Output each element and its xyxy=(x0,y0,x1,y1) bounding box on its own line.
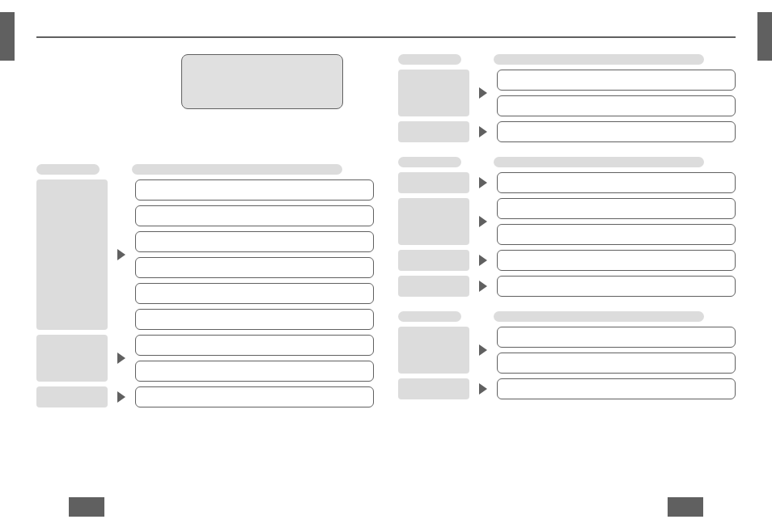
arrow-right-icon xyxy=(117,391,125,403)
arrow-cell xyxy=(476,250,490,271)
group-row xyxy=(398,327,736,374)
arrow-cell xyxy=(476,198,490,245)
header-pill-long xyxy=(494,157,704,167)
list-item[interactable] xyxy=(497,378,736,399)
category-block xyxy=(398,250,469,271)
group-row xyxy=(398,378,736,399)
group-row xyxy=(398,198,736,245)
items-list xyxy=(135,386,374,407)
arrow-right-icon xyxy=(479,344,487,356)
group-row xyxy=(36,179,374,330)
group-row xyxy=(398,172,736,193)
footer-page-left xyxy=(69,497,104,517)
arrow-right-icon xyxy=(117,353,125,364)
list-item[interactable] xyxy=(135,205,374,226)
category-block xyxy=(36,335,108,382)
list-item[interactable] xyxy=(497,224,736,245)
arrow-right-icon xyxy=(117,249,125,260)
items-list xyxy=(497,198,736,245)
arrow-right-icon xyxy=(479,126,487,137)
list-item[interactable] xyxy=(135,361,374,382)
header-pill-long xyxy=(494,311,704,322)
list-item[interactable] xyxy=(497,276,736,297)
header-rule xyxy=(36,36,736,38)
list-item[interactable] xyxy=(497,70,736,91)
arrow-right-icon xyxy=(479,255,487,266)
arrow-cell xyxy=(476,121,490,142)
arrow-right-icon xyxy=(479,177,487,188)
arrow-cell xyxy=(476,172,490,193)
section-headers xyxy=(36,164,374,175)
list-item[interactable] xyxy=(497,327,736,348)
list-item[interactable] xyxy=(135,335,374,356)
left-column xyxy=(36,54,374,407)
right-column xyxy=(398,54,736,407)
feature-box xyxy=(181,54,343,109)
header-pill-short xyxy=(398,157,461,167)
list-item[interactable] xyxy=(135,283,374,304)
arrow-cell xyxy=(476,70,490,116)
right-edge-tab xyxy=(757,12,772,61)
header-pill-short xyxy=(398,54,461,65)
group-row xyxy=(398,276,736,297)
items-list xyxy=(497,70,736,116)
category-block xyxy=(398,121,469,142)
list-item[interactable] xyxy=(135,257,374,278)
items-list xyxy=(497,250,736,271)
header-pill-long xyxy=(132,164,342,175)
list-item[interactable] xyxy=(497,250,736,271)
header-pill-short xyxy=(36,164,100,175)
list-item[interactable] xyxy=(135,231,374,252)
category-block xyxy=(398,276,469,297)
category-block xyxy=(398,70,469,116)
items-list xyxy=(497,172,736,193)
header-pill-short xyxy=(398,311,461,322)
left-section-1 xyxy=(36,164,374,407)
list-item[interactable] xyxy=(497,198,736,219)
list-item[interactable] xyxy=(497,95,736,116)
list-item[interactable] xyxy=(497,121,736,142)
arrow-cell xyxy=(114,335,129,382)
header-pill-long xyxy=(494,54,704,65)
arrow-cell xyxy=(476,276,490,297)
items-list xyxy=(497,121,736,142)
group-row xyxy=(398,250,736,271)
group-row xyxy=(398,70,736,116)
two-column-layout xyxy=(36,54,736,407)
right-section-3 xyxy=(398,311,736,399)
arrow-right-icon xyxy=(479,216,487,227)
list-item[interactable] xyxy=(135,179,374,201)
section-headers xyxy=(398,54,736,65)
category-block xyxy=(398,198,469,245)
left-edge-tab xyxy=(0,12,15,61)
items-list xyxy=(497,327,736,374)
group-row xyxy=(36,335,374,382)
page-content xyxy=(36,12,736,520)
list-item[interactable] xyxy=(135,309,374,330)
category-block xyxy=(36,386,108,407)
category-block xyxy=(398,172,469,193)
arrow-right-icon xyxy=(479,383,487,395)
arrow-cell xyxy=(476,327,490,374)
category-block xyxy=(398,327,469,374)
items-list xyxy=(497,378,736,399)
items-list xyxy=(135,179,374,330)
footer-page-right xyxy=(668,497,703,517)
right-section-1 xyxy=(398,54,736,142)
arrow-cell xyxy=(114,179,129,330)
category-block xyxy=(36,179,108,330)
category-block xyxy=(398,378,469,399)
section-headers xyxy=(398,311,736,322)
arrow-right-icon xyxy=(479,281,487,292)
list-item[interactable] xyxy=(497,172,736,193)
list-item[interactable] xyxy=(135,386,374,407)
group-row xyxy=(398,121,736,142)
list-item[interactable] xyxy=(497,353,736,374)
section-headers xyxy=(398,157,736,167)
arrow-right-icon xyxy=(479,87,487,99)
items-list xyxy=(497,276,736,297)
items-list xyxy=(135,335,374,382)
arrow-cell xyxy=(476,378,490,399)
arrow-cell xyxy=(114,386,129,407)
right-section-2 xyxy=(398,157,736,297)
